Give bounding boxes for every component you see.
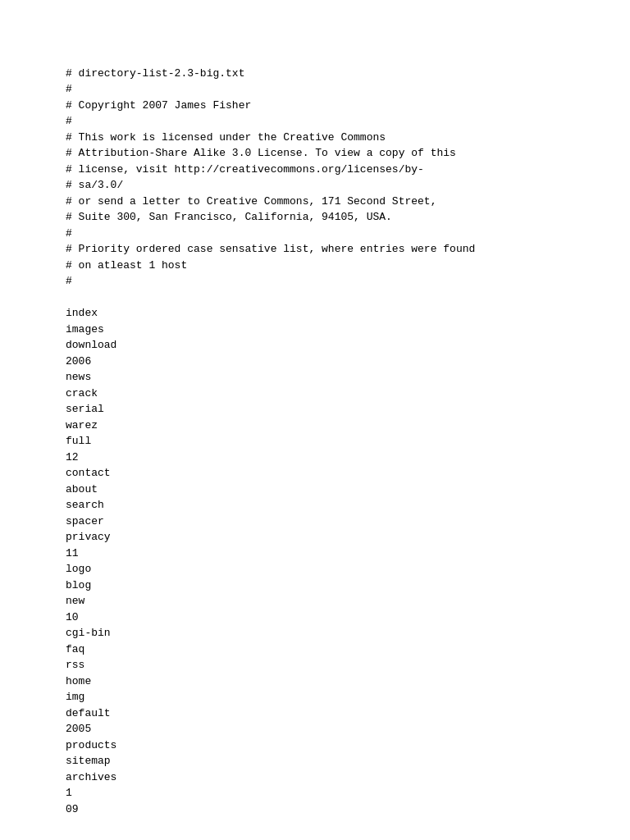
text-line: new (66, 593, 564, 609)
text-line: 1 (66, 785, 564, 801)
text-line: default (66, 705, 564, 722)
text-line: download (66, 337, 564, 354)
text-line: # directory-list-2.3-big.txt (66, 66, 564, 82)
text-line: news (66, 369, 564, 386)
text-content: # directory-list-2.3-big.txt## Copyright… (66, 49, 564, 817)
text-line: # (66, 273, 564, 290)
text-line: spacer (66, 514, 564, 530)
text-line: cgi-bin (66, 625, 564, 641)
text-line: # (66, 226, 564, 242)
text-line: archives (66, 769, 564, 786)
text-line: full (66, 433, 564, 450)
text-line: images (66, 322, 564, 338)
text-line: serial (66, 401, 564, 418)
text-line: # or send a letter to Creative Commons, … (66, 194, 564, 210)
text-line: search (66, 497, 564, 514)
text-line: 11 (66, 546, 564, 562)
text-line: warez (66, 418, 564, 434)
text-line: products (66, 737, 564, 754)
text-line: crack (66, 386, 564, 402)
text-line: contact (66, 465, 564, 482)
text-line (66, 290, 564, 306)
text-line: privacy (66, 529, 564, 546)
text-line: logo (66, 561, 564, 578)
text-line: 10 (66, 609, 564, 626)
text-line: # on atleast 1 host (66, 258, 564, 274)
text-line: sitemap (66, 753, 564, 769)
text-line: # sa/3.0/ (66, 177, 564, 194)
text-line: blog (66, 578, 564, 594)
text-line: index (66, 305, 564, 322)
text-line: # This work is licensed under the Creati… (66, 130, 564, 146)
text-line: # (66, 113, 564, 130)
text-line: 2005 (66, 721, 564, 737)
text-line: # Priority ordered case sensative list, … (66, 241, 564, 258)
text-line: faq (66, 641, 564, 658)
text-line: # license, visit http://creativecommons.… (66, 162, 564, 178)
text-line: 2006 (66, 354, 564, 370)
text-line: # Attribution-Share Alike 3.0 License. T… (66, 145, 564, 162)
text-line: # Copyright 2007 James Fisher (66, 98, 564, 114)
text-line: 09 (66, 801, 564, 818)
text-line: # Suite 300, San Francisco, California, … (66, 209, 564, 226)
text-line: rss (66, 657, 564, 673)
text-line: img (66, 689, 564, 705)
text-line: # (66, 81, 564, 98)
text-line: home (66, 673, 564, 690)
text-line: 12 (66, 450, 564, 466)
text-line: about (66, 482, 564, 498)
